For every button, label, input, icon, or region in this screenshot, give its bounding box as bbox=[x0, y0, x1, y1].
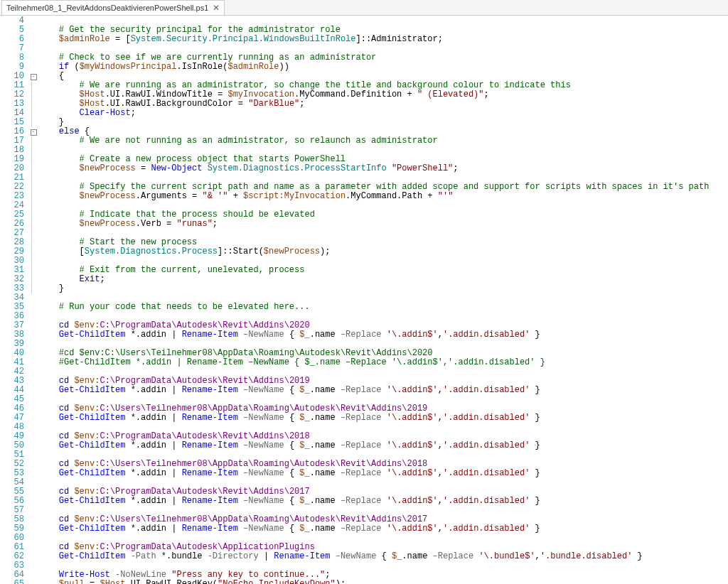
code-line[interactable]: } bbox=[38, 118, 728, 127]
fold-cell bbox=[28, 423, 38, 432]
fold-cell bbox=[31, 220, 38, 229]
fold-cell bbox=[31, 256, 38, 266]
fold-cell bbox=[31, 238, 38, 247]
code-line[interactable]: Get-ChildItem *.addin | Rename-Item –New… bbox=[38, 386, 728, 395]
fold-cell bbox=[31, 90, 38, 99]
fold-cell bbox=[31, 201, 38, 210]
fold-cell bbox=[28, 450, 38, 460]
fold-cell bbox=[28, 524, 38, 534]
fold-toggle-icon[interactable]: - bbox=[31, 74, 37, 80]
fold-cell bbox=[28, 478, 38, 487]
fold-cell bbox=[31, 164, 38, 173]
fold-cell bbox=[31, 136, 38, 146]
fold-cell bbox=[31, 210, 38, 220]
fold-cell bbox=[28, 413, 38, 423]
fold-cell bbox=[31, 109, 38, 118]
fold-cell bbox=[31, 146, 38, 155]
fold-cell bbox=[28, 543, 38, 552]
fold-cell bbox=[31, 266, 38, 275]
fold-cell bbox=[31, 118, 38, 127]
code-line[interactable]: #Get-ChildItem *.addin | Rename-Item –Ne… bbox=[38, 358, 728, 367]
code-line[interactable]: Get-ChildItem *.addin | Rename-Item –New… bbox=[38, 413, 728, 423]
fold-cell bbox=[28, 377, 38, 386]
fold-cell bbox=[31, 173, 38, 183]
fold-cell bbox=[28, 580, 38, 584]
fold-cell bbox=[31, 81, 38, 90]
code-line[interactable]: $null = $Host.UI.RawUI.ReadKey("NoEcho,I… bbox=[38, 580, 728, 584]
code-editor[interactable]: 4567891011121314151617181920212223242526… bbox=[0, 16, 728, 584]
fold-cell bbox=[28, 487, 38, 497]
fold-toggle-icon[interactable]: - bbox=[31, 129, 37, 136]
fold-cell bbox=[28, 303, 38, 312]
fold-cell bbox=[28, 506, 38, 515]
fold-cell bbox=[28, 460, 38, 469]
code-line[interactable]: $newProcess.Verb = "runas"; bbox=[38, 220, 728, 229]
fold-cell bbox=[31, 275, 38, 284]
fold-cell bbox=[28, 321, 38, 330]
fold-cell bbox=[28, 432, 38, 441]
fold-cell bbox=[28, 404, 38, 413]
fold-cell bbox=[28, 330, 38, 340]
fold-column: -- bbox=[28, 16, 38, 584]
fold-cell bbox=[28, 26, 38, 35]
fold-cell bbox=[28, 441, 38, 450]
fold-cell: - bbox=[28, 127, 38, 136]
fold-cell bbox=[31, 229, 38, 238]
fold-cell bbox=[31, 192, 38, 201]
code-line[interactable]: $Host.UI.RawUI.BackgroundColor = "DarkBl… bbox=[38, 99, 728, 109]
fold-cell bbox=[28, 497, 38, 506]
fold-cell bbox=[28, 469, 38, 478]
tab-title: Teilnehmer08_1_RevitAddonsDeaktivierenPo… bbox=[6, 4, 208, 12]
code-line[interactable]: Clear-Host; bbox=[38, 109, 728, 118]
fold-cell bbox=[28, 561, 38, 571]
fold-cell bbox=[28, 35, 38, 44]
line-number: 65 bbox=[0, 580, 24, 584]
fold-cell bbox=[31, 247, 38, 256]
fold-cell bbox=[28, 552, 38, 561]
code-line[interactable]: $newProcess = New-Object System.Diagnost… bbox=[38, 164, 728, 173]
code-line[interactable]: Get-ChildItem *.addin | Rename-Item –New… bbox=[38, 441, 728, 450]
fold-cell bbox=[28, 358, 38, 367]
code-line[interactable]: [System.Diagnostics.Process]::Start($new… bbox=[38, 247, 728, 256]
fold-cell: - bbox=[28, 72, 38, 81]
fold-cell bbox=[28, 534, 38, 543]
fold-cell bbox=[28, 44, 38, 53]
fold-cell bbox=[28, 367, 38, 377]
fold-cell bbox=[31, 155, 38, 164]
fold-cell bbox=[28, 395, 38, 404]
fold-cell bbox=[28, 53, 38, 63]
code-area[interactable]: # Get the security principal for the adm… bbox=[38, 16, 728, 584]
fold-cell bbox=[28, 571, 38, 580]
fold-cell bbox=[28, 349, 38, 358]
fold-cell bbox=[28, 63, 38, 72]
fold-cell bbox=[28, 515, 38, 524]
fold-cell bbox=[31, 183, 38, 192]
code-line[interactable]: Get-ChildItem *.addin | Rename-Item –New… bbox=[38, 497, 728, 506]
fold-cell bbox=[28, 16, 38, 26]
code-line[interactable]: # Run your code that needs to be elevate… bbox=[38, 303, 728, 312]
code-line[interactable]: Get-ChildItem *.addin | Rename-Item –New… bbox=[38, 469, 728, 478]
file-tab[interactable]: Teilnehmer08_1_RevitAddonsDeaktivierenPo… bbox=[1, 0, 225, 15]
fold-cell bbox=[31, 284, 38, 293]
tab-bar: Teilnehmer08_1_RevitAddonsDeaktivierenPo… bbox=[0, 0, 728, 16]
code-line[interactable]: Get-ChildItem *.addin | Rename-Item –New… bbox=[38, 330, 728, 340]
code-line[interactable]: $adminRole = [System.Security.Principal.… bbox=[38, 35, 728, 44]
code-line[interactable]: # Exit from the current, unelevated, pro… bbox=[38, 266, 728, 275]
fold-cell bbox=[28, 312, 38, 321]
fold-cell bbox=[28, 293, 38, 303]
fold-cell bbox=[28, 340, 38, 349]
close-icon[interactable]: ✕ bbox=[213, 4, 220, 12]
code-line[interactable]: # We are not running as an administrator… bbox=[38, 136, 728, 146]
fold-cell bbox=[31, 99, 38, 109]
code-line[interactable]: Get-ChildItem -Path *.bundle -Directory … bbox=[38, 552, 728, 561]
code-line[interactable]: $newProcess.Arguments = "& '" + $script:… bbox=[38, 192, 728, 201]
code-line[interactable]: Exit; bbox=[38, 275, 728, 284]
code-line[interactable]: Get-ChildItem *.addin | Rename-Item –New… bbox=[38, 524, 728, 534]
code-line[interactable]: } bbox=[38, 284, 728, 293]
fold-cell bbox=[28, 386, 38, 395]
code-line[interactable]: if ($myWindowsPrincipal.IsInRole($adminR… bbox=[38, 63, 728, 72]
line-number-gutter: 4567891011121314151617181920212223242526… bbox=[0, 16, 28, 584]
